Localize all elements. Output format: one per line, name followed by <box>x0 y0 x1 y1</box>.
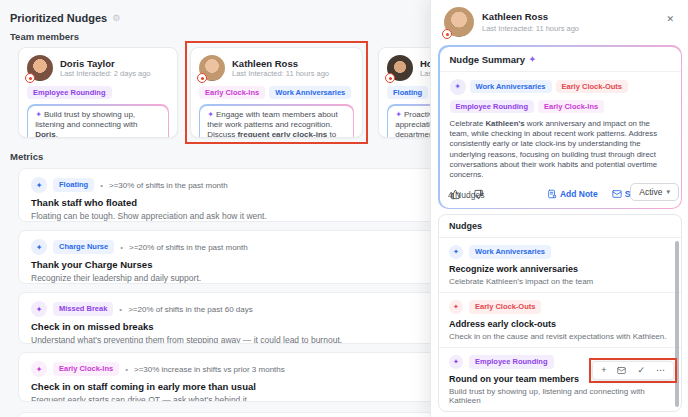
tag-early-clock-outs: Early Clock-Outs <box>469 300 541 313</box>
envelope-icon <box>612 189 622 199</box>
sparkle-icon: ✦ <box>529 55 536 64</box>
note-icon <box>547 189 557 199</box>
avatar-howard <box>387 55 413 81</box>
bullet-separator: • <box>100 181 103 190</box>
brand-badge-icon <box>385 73 395 83</box>
nudge-item-early-clock-outs[interactable]: ✦ Early Clock-Outs Address early clock-o… <box>439 293 681 348</box>
tag-early-clock-ins: Early Clock-Ins <box>538 100 604 113</box>
tag-missed-break: Missed Break <box>53 302 113 315</box>
tag-early-clock-outs: Early Clock-Outs <box>556 80 628 93</box>
bullet-separator: • <box>125 365 128 374</box>
sparkle-icon: ✦ <box>395 110 402 119</box>
app-window: Prioritized Nudges ⚙ Team members Doris … <box>0 0 688 417</box>
tag-work-anniversaries: Work Anniversaries <box>269 86 351 99</box>
sparkle-icon: ✦ <box>31 301 47 317</box>
add-icon[interactable]: + <box>601 366 606 375</box>
nudge-item-work-anniversaries[interactable]: ✦ Work Anniversaries Recognize work anni… <box>439 238 681 293</box>
avatar-kathleen <box>444 7 474 37</box>
sparkle-icon: ✦ <box>449 300 463 314</box>
nudge-title: Address early clock-outs <box>449 319 671 329</box>
sparkle-icon: ✦ <box>35 110 42 119</box>
avatar-kathleen <box>199 55 225 81</box>
add-note-button[interactable]: Add Note <box>547 189 598 199</box>
tag-floating: Floating <box>53 178 94 191</box>
bullet-separator: • <box>119 305 122 314</box>
metric-condition: >=20% of shifts in the past month <box>129 243 248 252</box>
brand-badge-icon <box>197 73 207 83</box>
complete-check-icon[interactable]: ✓ <box>637 366 645 375</box>
member-name: Kathleen Ross <box>232 58 329 69</box>
tag-work-anniversaries: Work Anniversaries <box>469 245 551 258</box>
tag-early-clock-ins: Early Clock-Ins <box>53 362 119 375</box>
ai-suggestion-text: Engage with team members about their wor… <box>207 110 338 138</box>
member-last-interacted: Last Interacted: 2 days ago <box>60 69 150 78</box>
nudge-count-label: 4 Nudges <box>448 190 484 200</box>
sparkle-icon: ✦ <box>449 355 463 369</box>
metric-condition: >=20% of shifts in the past 60 days <box>128 305 253 314</box>
sparkle-icon: ✦ <box>31 177 47 193</box>
brand-badge-icon <box>442 29 452 39</box>
page-title-text: Prioritized Nudges <box>10 12 107 24</box>
page-title: Prioritized Nudges ⚙ <box>10 12 120 24</box>
avatar-doris <box>27 55 53 81</box>
tag-work-anniversaries: Work Anniversaries <box>470 80 552 93</box>
sparkle-icon: ✦ <box>207 110 214 119</box>
nudge-description: Check in on the cause and revisit expect… <box>449 332 671 341</box>
tag-employee-rounding: Employee Rounding <box>450 100 535 113</box>
team-member-card-doris[interactable]: Doris Taylor Last Interacted: 2 days ago… <box>18 47 178 138</box>
brand-badge-icon <box>25 73 35 83</box>
panel-person-last-interacted: Last Interacted: 11 hours ago <box>482 24 579 33</box>
ai-suggestion-box: ✦Engage with team members about their wo… <box>199 104 354 138</box>
tag-charge-nurse: Charge Nurse <box>53 240 114 253</box>
nudge-item-employee-rounding[interactable]: ✦ Employee Rounding Round on your team m… <box>439 348 681 412</box>
sparkle-icon: ✦ <box>449 245 463 259</box>
nudges-list-card: Nudges ✦ Work Anniversaries Recognize wo… <box>438 214 682 412</box>
tag-early-clock-ins: Early Clock-Ins <box>199 86 265 99</box>
team-members-label: Team members <box>10 31 79 42</box>
nudge-summary-body: Celebrate Kathleen's work anniversary an… <box>440 115 681 183</box>
nudge-action-toolbar: + ✓ ⋯ <box>592 361 674 380</box>
ai-sparkle-icon: ✦ <box>450 79 466 95</box>
nudge-description: Build trust by showing up, listening and… <box>449 387 671 405</box>
panel-person-name: Kathleen Ross <box>482 11 579 22</box>
chevron-down-icon: ▾ <box>666 188 670 196</box>
member-last-interacted: Last Interacted: 11 hours ago <box>232 69 329 78</box>
metrics-label: Metrics <box>10 151 43 162</box>
sparkle-icon: ✦ <box>31 239 47 255</box>
ai-suggestion-text: Build trust by showing up, listening and… <box>35 110 137 138</box>
bullet-separator: • <box>120 243 123 252</box>
nudge-summary-title: Nudge Summary <box>450 54 526 65</box>
email-icon[interactable] <box>617 366 626 375</box>
team-member-card-kathleen[interactable]: Kathleen Ross Last Interacted: 11 hours … <box>190 47 363 138</box>
action-toolbar-highlight-box: + ✓ ⋯ <box>589 358 677 383</box>
nudges-list-title: Nudges <box>439 215 681 238</box>
close-icon[interactable]: ✕ <box>666 14 674 24</box>
metric-condition: >=30% of shifts in the past month <box>109 181 228 190</box>
sparkle-icon: ✦ <box>31 361 47 377</box>
nudge-title: Recognize work anniversaries <box>449 264 671 274</box>
tag-employee-rounding: Employee Rounding <box>27 86 112 99</box>
tag-employee-rounding: Employee Rounding <box>469 355 554 368</box>
gear-icon[interactable]: ⚙ <box>112 13 120 23</box>
nudge-description: Celebrate Kathleen's impact on the team <box>449 277 671 286</box>
metric-condition: >=30% increase in shifts vs prior 3 mont… <box>134 365 285 374</box>
tag-floating: Floating <box>387 86 428 99</box>
ai-suggestion-box: ✦Build trust by showing up, listening an… <box>27 104 169 138</box>
status-filter-dropdown[interactable]: Active ▾ <box>630 183 679 201</box>
detail-panel: Kathleen Ross Last Interacted: 11 hours … <box>430 0 688 417</box>
member-name: Doris Taylor <box>60 58 150 69</box>
more-options-icon[interactable]: ⋯ <box>656 366 665 375</box>
